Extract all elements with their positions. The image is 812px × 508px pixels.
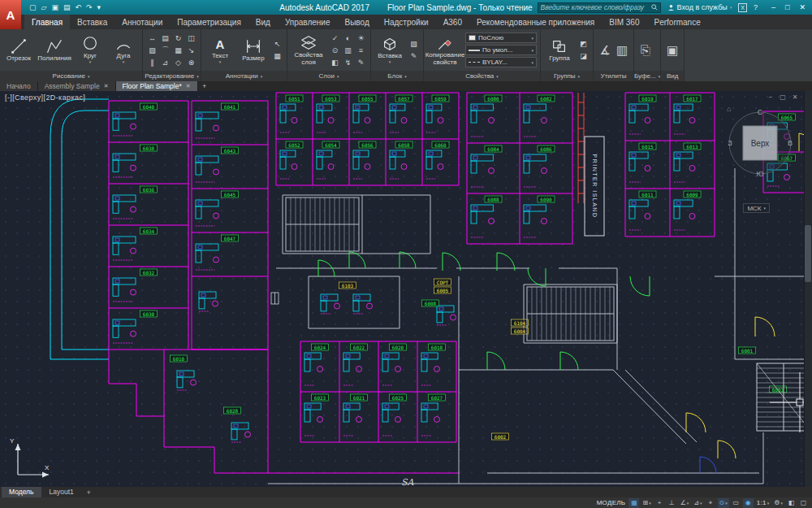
- redo-icon[interactable]: ↷: [86, 3, 93, 11]
- status-object-isolate[interactable]: ◧: [786, 498, 797, 508]
- array-icon[interactable]: ▦: [172, 45, 184, 56]
- status-model-space[interactable]: МОДЕЛЬ: [595, 498, 628, 508]
- qat-dropdown-icon[interactable]: ▾: [97, 3, 102, 11]
- table-icon[interactable]: ▦: [271, 50, 283, 62]
- status-ortho[interactable]: ⊥: [667, 498, 677, 508]
- group-button[interactable]: Группа: [544, 37, 575, 63]
- ribbon-tab-управление[interactable]: Управление: [278, 15, 338, 29]
- panel-layers-footer[interactable]: Слои▾: [287, 71, 370, 81]
- text-button[interactable]: A Текст▾: [205, 35, 235, 64]
- viewport-close-icon[interactable]: ✕: [791, 93, 799, 101]
- measure-icon[interactable]: ∡: [597, 35, 613, 66]
- copy-icon[interactable]: ▤: [159, 33, 171, 44]
- offset-icon[interactable]: ∥: [146, 57, 158, 68]
- new-icon[interactable]: ▢: [29, 3, 37, 11]
- status-annotation-visibility[interactable]: ◉: [743, 498, 754, 508]
- status-polar-tracking[interactable]: ∠▾: [679, 498, 691, 508]
- application-menu-button[interactable]: A: [0, 0, 21, 29]
- layer-match-icon[interactable]: ≡: [355, 45, 367, 56]
- fillet-icon[interactable]: ⌒: [159, 45, 171, 56]
- file-tab-начало[interactable]: Начало: [0, 81, 38, 91]
- scrollbar-thumb[interactable]: [805, 225, 811, 282]
- ribbon-tab-параметризация[interactable]: Параметризация: [170, 15, 248, 29]
- panel-annotate-footer[interactable]: Аннотации▾: [201, 71, 287, 81]
- layout-tab-модель[interactable]: Модель: [2, 487, 41, 497]
- panel-clipboard-footer[interactable]: Буфе...▾: [634, 71, 660, 81]
- viewport-controls[interactable]: [-][Сверху][2D-каркас]: [5, 93, 85, 102]
- ribbon-tab-performance[interactable]: Performance: [647, 15, 708, 29]
- scale-icon[interactable]: ◇: [172, 57, 184, 68]
- group-edit-icon[interactable]: ◪: [577, 50, 590, 62]
- panel-groups-footer[interactable]: Группы▾: [541, 71, 593, 81]
- status-workspace-switching[interactable]: ⚙▾: [772, 498, 784, 508]
- close-tab-icon[interactable]: ✕: [104, 83, 109, 89]
- leader-icon[interactable]: ↖: [271, 38, 283, 50]
- ribbon-tab-вид[interactable]: Вид: [248, 15, 278, 29]
- ribbon-tab-a360[interactable]: A360: [436, 15, 469, 29]
- quick-select-icon[interactable]: ▥: [614, 35, 630, 66]
- viewport-minimize-icon[interactable]: −: [767, 93, 775, 101]
- layer-walk-icon[interactable]: ↯: [342, 57, 354, 68]
- help-icon[interactable]: ?: [754, 3, 758, 11]
- panel-view-footer[interactable]: Вид: [661, 71, 684, 81]
- object-color-dropdown[interactable]: ПоСлою ▾: [465, 33, 537, 43]
- layer-freeze-icon[interactable]: ⊙: [329, 45, 341, 56]
- close-tab-icon[interactable]: ✕: [186, 83, 191, 89]
- layer-properties-button[interactable]: Свойства слоя: [291, 34, 326, 67]
- new-drawing-button[interactable]: +: [198, 81, 211, 91]
- status-lineweight-display[interactable]: ▭: [731, 498, 741, 508]
- paste-icon[interactable]: ⎘: [637, 35, 654, 66]
- search-input[interactable]: [541, 3, 649, 11]
- base-view-icon[interactable]: ▣: [664, 35, 680, 66]
- undo-icon[interactable]: ↶: [75, 3, 81, 11]
- status-osnap-tracking[interactable]: ⌖: [706, 498, 716, 508]
- create-block-icon[interactable]: ▧: [408, 38, 420, 50]
- line-button[interactable]: Отрезок: [3, 37, 34, 63]
- minimize-button[interactable]: –: [767, 3, 780, 11]
- arc-button[interactable]: Дуга▾: [108, 35, 139, 64]
- layer-lock-icon[interactable]: ▥: [342, 45, 354, 56]
- help-search[interactable]: [538, 2, 661, 13]
- plot-icon[interactable]: ▤: [63, 3, 71, 11]
- layout-tab-layout1[interactable]: Layout1: [42, 487, 81, 497]
- ribbon-tab-вставка[interactable]: Вставка: [70, 15, 114, 29]
- exchange-apps-icon[interactable]: X: [738, 3, 747, 12]
- panel-block-footer[interactable]: Блок▾: [371, 71, 423, 81]
- insert-button[interactable]: Вставка▾: [374, 35, 405, 64]
- trim-icon[interactable]: ⊿: [159, 57, 171, 68]
- panel-properties-footer[interactable]: Свойства▾: [424, 71, 540, 81]
- status-object-snap[interactable]: ⊙▾: [718, 498, 729, 508]
- stretch-icon[interactable]: ↘: [185, 45, 197, 56]
- erase-icon[interactable]: ▨: [146, 45, 158, 56]
- maximize-button[interactable]: □: [781, 3, 793, 11]
- drawing-canvas[interactable]: 6040603860366034603260306041604360456047…: [0, 91, 812, 487]
- ribbon-tab-вывод[interactable]: Вывод: [338, 15, 377, 29]
- viewport-maximize-icon[interactable]: ▢: [779, 93, 787, 101]
- circle-button[interactable]: Круг▾: [75, 35, 106, 64]
- match-properties-button[interactable]: Копирование свойств: [427, 34, 463, 67]
- status-clean-screen[interactable]: ▢: [798, 498, 809, 508]
- polyline-button[interactable]: Полилиния: [37, 37, 72, 63]
- dimension-button[interactable]: Размер: [238, 37, 269, 63]
- ribbon-tab-аннотации[interactable]: Аннотации: [114, 15, 170, 29]
- ungroup-icon[interactable]: ◩: [577, 38, 590, 50]
- ribbon-tab-главная[interactable]: Главная: [24, 15, 70, 29]
- rotate-icon[interactable]: ↻: [172, 33, 184, 44]
- panel-edit-footer[interactable]: Редактирование▾: [143, 71, 201, 81]
- wcs-button[interactable]: МСК▾: [743, 203, 770, 213]
- layer-state-icon[interactable]: ✓: [329, 33, 341, 44]
- viewcube[interactable]: Верх ⌂ С З В Ю: [721, 101, 799, 179]
- close-button[interactable]: ✕: [795, 3, 810, 11]
- layer-edit-icon[interactable]: ✎: [355, 57, 367, 68]
- file-tab-floor-plan-sample*[interactable]: Floor Plan Sample*✕: [116, 81, 198, 91]
- open-icon[interactable]: ▱: [41, 3, 47, 11]
- edit-block-icon[interactable]: ✎: [408, 50, 420, 62]
- explode-icon[interactable]: ⊗: [185, 57, 197, 68]
- layer-isolate-icon[interactable]: ◐: [342, 33, 354, 44]
- file-tab-assembly-sample[interactable]: Assembly Sample✕: [38, 81, 116, 91]
- panel-utilities-footer[interactable]: Утилиты: [594, 71, 633, 81]
- status-dynamic-input[interactable]: +: [654, 498, 665, 508]
- status-isometric-drafting[interactable]: ⊿▾: [692, 498, 703, 508]
- status-snap[interactable]: ⊞▾: [641, 498, 652, 508]
- ribbon-tab-рекомендованные-приложения[interactable]: Рекомендованные приложения: [469, 15, 602, 29]
